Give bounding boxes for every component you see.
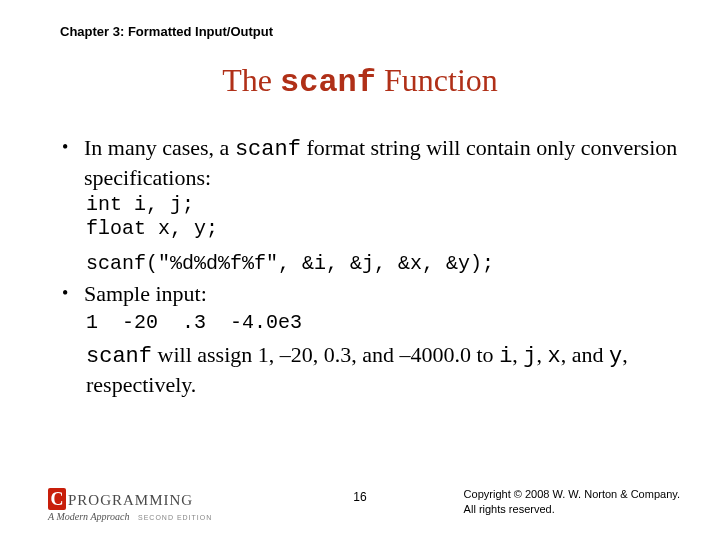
copyright: Copyright © 2008 W. W. Norton & Company.… (464, 487, 680, 516)
bullet2-text: Sample input: (84, 281, 207, 306)
copyright-line1: Copyright © 2008 W. W. Norton & Company. (464, 487, 680, 501)
bullet-1: • In many cases, a scanf format string w… (60, 134, 690, 191)
explain-j: j (523, 344, 536, 369)
sample-input: 1 -20 .3 -4.0e3 (86, 310, 690, 335)
logo-subtitle: A Modern Approach SECOND EDITION (48, 511, 212, 522)
content-area: • In many cases, a scanf format string w… (60, 134, 690, 400)
copyright-line2: All rights reserved. (464, 502, 680, 516)
code-scanf-call: scanf("%d%d%f%f", &i, &j, &x, &y); (86, 251, 690, 276)
explain-c2: , (537, 342, 548, 367)
logo-edition: SECOND EDITION (138, 514, 212, 521)
bullet-dot-icon: • (62, 136, 68, 159)
explain-c3: , and (561, 342, 609, 367)
title-code: scanf (280, 64, 376, 101)
chapter-header: Chapter 3: Formatted Input/Output (60, 24, 273, 39)
explain-y: y (609, 344, 622, 369)
explain-i: i (499, 344, 512, 369)
explain-t1: will assign 1, –20, 0.3, and –4000.0 to (152, 342, 499, 367)
bullet-2: • Sample input: (60, 280, 690, 308)
footer: C PROGRAMMING A Modern Approach SECOND E… (0, 482, 720, 522)
title-post: Function (376, 62, 498, 98)
code-declarations: int i, j; float x, y; (86, 193, 690, 241)
bullet1-pre: In many cases, a (84, 135, 235, 160)
slide-title: The scanf Function (0, 62, 720, 101)
explanation: scanf will assign 1, –20, 0.3, and –4000… (86, 341, 676, 400)
logo-sub-text: A Modern Approach (48, 511, 129, 522)
bullet-dot-icon: • (62, 282, 68, 305)
bullet1-code: scanf (235, 137, 301, 162)
title-pre: The (222, 62, 280, 98)
explain-c1: , (512, 342, 523, 367)
explain-scanf: scanf (86, 344, 152, 369)
explain-x: x (548, 344, 561, 369)
